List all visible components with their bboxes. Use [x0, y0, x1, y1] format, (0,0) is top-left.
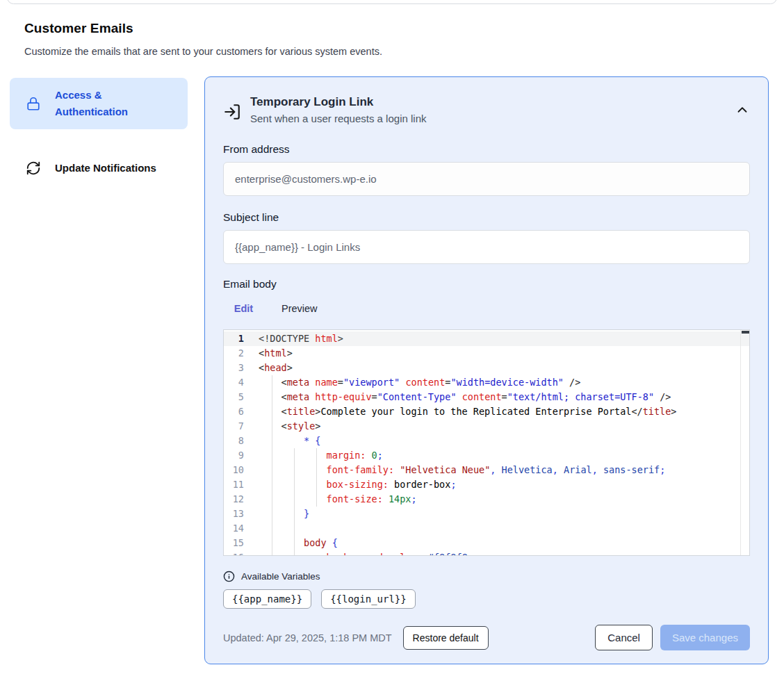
panel-title: Temporary Login Link: [250, 95, 426, 109]
editor-tabs: Edit Preview: [223, 301, 750, 329]
save-changes-button[interactable]: Save changes: [660, 625, 750, 650]
available-variables-label: Available Variables: [241, 571, 320, 582]
sidebar-item-label: Access & Authentication: [55, 87, 152, 120]
updated-timestamp: Updated: Apr 29, 2025, 1:18 PM MDT: [223, 632, 392, 643]
info-icon: [223, 571, 235, 582]
line-number-gutter: 12345678910111213141516: [224, 331, 253, 556]
panel-titles: Temporary Login Link Sent when a user re…: [250, 95, 426, 124]
code-editor[interactable]: 12345678910111213141516 <!DOCTYPE html><…: [223, 329, 750, 556]
code-line: [259, 521, 740, 536]
code-line: <title>Complete your login to the Replic…: [259, 404, 740, 419]
variable-chip-login-url[interactable]: {{login_url}}: [321, 589, 416, 609]
code-line: <meta name="viewport" content="width=dev…: [259, 375, 740, 390]
code-line: font-family: "Helvetica Neue", Helvetica…: [259, 463, 740, 477]
page-title: Customer Emails: [24, 21, 382, 36]
sidebar-item-label: Update Notifications: [55, 160, 156, 177]
chevron-up-icon: [735, 102, 750, 117]
code-line: <html>: [259, 346, 740, 361]
variable-chips: {{app_name}} {{login_url}}: [223, 589, 750, 609]
from-address-label: From address: [223, 143, 750, 156]
from-address-input[interactable]: [223, 162, 750, 196]
restore-default-button[interactable]: Restore default: [403, 626, 489, 650]
subject-line-input[interactable]: [223, 230, 750, 264]
tab-preview[interactable]: Preview: [281, 301, 318, 314]
login-icon: [223, 103, 241, 121]
variable-chip-app-name[interactable]: {{app_name}}: [223, 589, 311, 609]
page-header: Customer Emails Customize the emails tha…: [24, 21, 382, 57]
collapse-button[interactable]: [735, 102, 750, 117]
scrollbar-thumb[interactable]: [742, 331, 749, 334]
refresh-icon: [26, 161, 41, 176]
panel-header: Temporary Login Link Sent when a user re…: [223, 95, 750, 124]
panel-subtitle: Sent when a user requests a login link: [250, 113, 426, 124]
code-line: margin: 0;: [259, 448, 740, 463]
footer-actions: Cancel Save changes: [595, 625, 750, 650]
code-line: background-color: #f8f8f8;: [259, 550, 740, 556]
email-body-label: Email body: [223, 278, 750, 290]
previous-card-edge: [7, 0, 777, 4]
code-line: * {: [259, 434, 740, 448]
code-line: body {: [259, 536, 740, 550]
code-line: font-size: 14px;: [259, 492, 740, 507]
sidebar-item-access-authentication[interactable]: Access & Authentication: [10, 78, 188, 129]
editor-scrollbar[interactable]: [740, 330, 749, 555]
available-variables-row: Available Variables: [223, 571, 750, 582]
code-line: <style>: [259, 419, 740, 434]
tab-edit[interactable]: Edit: [223, 301, 264, 314]
code-line: <head>: [259, 361, 740, 375]
code-line: box-sizing: border-box;: [259, 477, 740, 492]
sidebar-item-update-notifications[interactable]: Update Notifications: [10, 152, 188, 184]
email-settings-panel: Temporary Login Link Sent when a user re…: [204, 76, 769, 664]
panel-footer: Updated: Apr 29, 2025, 1:18 PM MDT Resto…: [223, 625, 750, 650]
code-line: <meta http-equiv="Content-Type" content=…: [259, 390, 740, 404]
sidebar: Access & Authentication Update Notificat…: [10, 78, 188, 184]
code-line: }: [259, 507, 740, 521]
lock-icon: [26, 96, 41, 111]
code-content[interactable]: <!DOCTYPE html><html><head> <meta name="…: [259, 331, 740, 556]
subject-line-label: Subject line: [223, 211, 750, 224]
cancel-button[interactable]: Cancel: [595, 625, 653, 650]
code-line: <!DOCTYPE html>: [259, 331, 740, 346]
page-subtitle: Customize the emails that are sent to yo…: [24, 46, 382, 57]
